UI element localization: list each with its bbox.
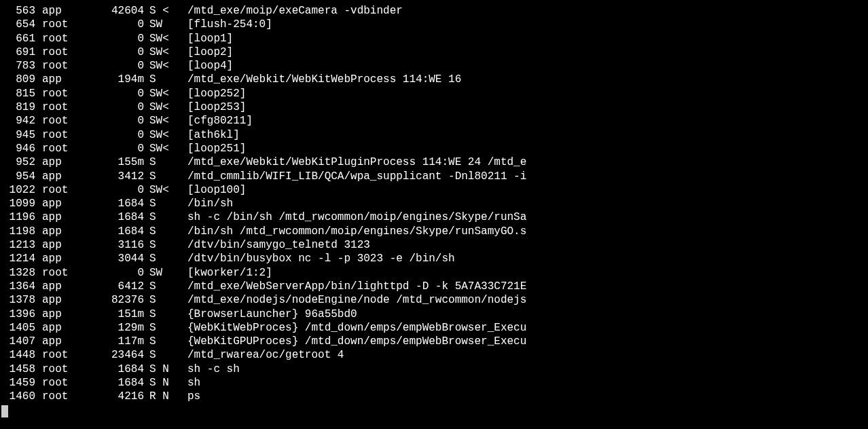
command-cell: [loop251] [183, 142, 868, 155]
process-row: 1458root1684S Nsh -c sh [0, 362, 868, 376]
user-cell: root [35, 183, 71, 197]
pid-cell: 783 [0, 59, 35, 73]
user-cell: root [35, 376, 71, 390]
vsz-cell: 3412 [71, 170, 144, 183]
command-cell: [loop1] [183, 32, 868, 45]
vsz-cell: 1684 [71, 376, 144, 390]
vsz-cell: 4216 [71, 390, 144, 403]
user-cell: app [35, 252, 71, 265]
stat-cell: S [144, 238, 183, 252]
process-row: 946root0SW<[loop251] [0, 142, 868, 155]
stat-cell: S [144, 73, 183, 86]
user-cell: root [35, 142, 71, 155]
user-cell: app [35, 170, 71, 183]
stat-cell: SW [144, 18, 183, 31]
vsz-cell: 0 [71, 183, 144, 197]
pid-cell: 952 [0, 155, 35, 169]
vsz-cell: 0 [71, 32, 144, 45]
stat-cell: S [144, 225, 183, 238]
process-row: 1198app1684S/bin/sh /mtd_rwcommon/moip/e… [0, 225, 868, 238]
command-cell: /mtd_exe/moip/exeCamera -vdbinder [183, 4, 868, 18]
stat-cell: S [144, 321, 183, 335]
process-row: 654root0SW[flush-254:0] [0, 18, 868, 31]
stat-cell: SW [144, 266, 183, 280]
vsz-cell: 3044 [71, 252, 144, 265]
process-row: 815root0SW<[loop252] [0, 87, 868, 100]
command-cell: {BrowserLauncher} 96a55bd0 [183, 307, 868, 321]
pid-cell: 1405 [0, 321, 35, 335]
process-row: 661root0SW<[loop1] [0, 32, 868, 45]
user-cell: app [35, 280, 71, 293]
process-row: 809app194mS/mtd_exe/Webkit/WebKitWebProc… [0, 73, 868, 86]
pid-cell: 1099 [0, 197, 35, 210]
command-cell: /mtd_rwarea/oc/getroot 4 [183, 348, 868, 362]
user-cell: app [35, 238, 71, 252]
pid-cell: 1364 [0, 280, 35, 293]
command-cell: /mtd_exe/nodejs/nodeEngine/node /mtd_rwc… [183, 293, 868, 307]
process-row: 1460root4216R Nps [0, 390, 868, 403]
process-row: 945root0SW<[ath6kl] [0, 128, 868, 142]
pid-cell: 1196 [0, 210, 35, 224]
process-row: 1459root1684S Nsh [0, 376, 868, 390]
pid-cell: 954 [0, 170, 35, 183]
pid-cell: 809 [0, 73, 35, 86]
command-cell: [loop252] [183, 87, 868, 100]
pid-cell: 819 [0, 100, 35, 114]
pid-cell: 1448 [0, 348, 35, 362]
vsz-cell: 1684 [71, 197, 144, 210]
command-cell: [loop100] [183, 183, 868, 197]
command-cell: [kworker/1:2] [183, 266, 868, 280]
command-cell: /mtd_exe/Webkit/WebKitWebProcess 114:WE … [183, 73, 868, 86]
command-cell: /bin/sh /mtd_rwcommon/moip/engines/Skype… [183, 225, 868, 238]
user-cell: app [35, 197, 71, 210]
stat-cell: SW< [144, 114, 183, 128]
process-row: 954app3412S/mtd_cmmlib/WIFI_LIB/QCA/wpa_… [0, 170, 868, 183]
vsz-cell: 0 [71, 59, 144, 73]
vsz-cell: 155m [71, 155, 144, 169]
vsz-cell: 151m [71, 307, 144, 321]
pid-cell: 946 [0, 142, 35, 155]
pid-cell: 1459 [0, 376, 35, 390]
pid-cell: 942 [0, 114, 35, 128]
stat-cell: S [144, 210, 183, 224]
vsz-cell: 194m [71, 73, 144, 86]
user-cell: root [35, 114, 71, 128]
vsz-cell: 0 [71, 128, 144, 142]
user-cell: app [35, 293, 71, 307]
command-cell: /bin/sh [183, 197, 868, 210]
user-cell: app [35, 225, 71, 238]
process-row: 1448root23464S/mtd_rwarea/oc/getroot 4 [0, 348, 868, 362]
stat-cell: SW< [144, 45, 183, 59]
stat-cell: S [144, 170, 183, 183]
vsz-cell: 1684 [71, 362, 144, 376]
user-cell: app [35, 307, 71, 321]
vsz-cell: 82376 [71, 293, 144, 307]
stat-cell: S [144, 197, 183, 210]
command-cell: ps [183, 390, 868, 403]
vsz-cell: 1684 [71, 210, 144, 224]
command-cell: /dtv/bin/busybox nc -l -p 3023 -e /bin/s… [183, 252, 868, 265]
process-row: 1378app82376S/mtd_exe/nodejs/nodeEngine/… [0, 293, 868, 307]
stat-cell: S [144, 280, 183, 293]
process-row: 1214app3044S/dtv/bin/busybox nc -l -p 30… [0, 252, 868, 265]
vsz-cell: 0 [71, 100, 144, 114]
process-list: 563app42604S </mtd_exe/moip/exeCamera -v… [0, 4, 868, 404]
vsz-cell: 117m [71, 335, 144, 348]
pid-cell: 1396 [0, 307, 35, 321]
user-cell: root [35, 128, 71, 142]
command-cell: [loop2] [183, 45, 868, 59]
process-row: 1099app1684S/bin/sh [0, 197, 868, 210]
user-cell: app [35, 210, 71, 224]
command-cell: [loop4] [183, 59, 868, 73]
stat-cell: S < [144, 4, 183, 18]
user-cell: root [35, 18, 71, 31]
process-row: 691root0SW<[loop2] [0, 45, 868, 59]
user-cell: app [35, 155, 71, 169]
user-cell: root [35, 390, 71, 403]
stat-cell: SW< [144, 142, 183, 155]
command-cell: /mtd_cmmlib/WIFI_LIB/QCA/wpa_supplicant … [183, 170, 868, 183]
user-cell: app [35, 73, 71, 86]
vsz-cell: 0 [71, 45, 144, 59]
stat-cell: S [144, 155, 183, 169]
stat-cell: SW< [144, 100, 183, 114]
